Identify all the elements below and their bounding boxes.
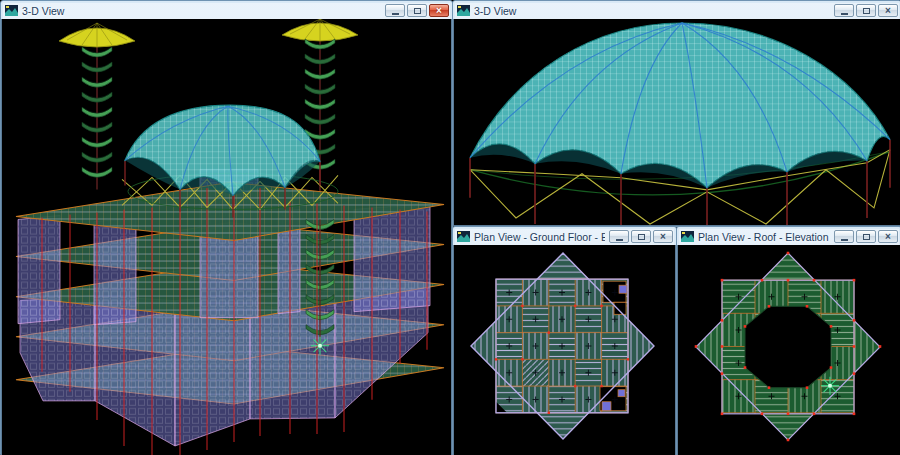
roof-plan-canvas xyxy=(678,245,900,455)
view-window-icon xyxy=(5,5,18,16)
viewport-plan-roof[interactable] xyxy=(677,245,900,455)
window-buttons: × xyxy=(609,230,673,243)
roof-opening xyxy=(745,306,831,387)
close-icon[interactable]: × xyxy=(878,230,898,243)
close-icon[interactable]: × xyxy=(429,4,449,17)
restore-icon[interactable] xyxy=(631,230,651,243)
dome-canvas xyxy=(454,19,900,225)
minimize-icon[interactable] xyxy=(834,4,854,17)
window-title: 3-D View xyxy=(474,5,830,17)
titlebar-plan-roof[interactable]: Plan View - Roof - Elevation 958.82 × xyxy=(677,227,900,245)
3d-model-canvas xyxy=(2,19,451,455)
minimize-icon[interactable] xyxy=(609,230,629,243)
close-icon[interactable]: × xyxy=(878,4,898,17)
window-plan-ground: Plan View - Ground Floor - Elevation 948… xyxy=(452,226,677,455)
minimize-icon[interactable] xyxy=(385,4,405,17)
titlebar-3d-main[interactable]: 3-D View × xyxy=(1,1,452,19)
restore-icon[interactable] xyxy=(856,230,876,243)
window-plan-roof: Plan View - Roof - Elevation 958.82 × xyxy=(676,226,900,455)
titlebar-3d-dome[interactable]: 3-D View × xyxy=(453,1,900,19)
titlebar-plan-ground[interactable]: Plan View - Ground Floor - Elevation 948… xyxy=(453,227,676,245)
viewport-3d-dome[interactable] xyxy=(453,19,900,226)
restore-icon[interactable] xyxy=(407,4,427,17)
view-window-icon xyxy=(681,231,694,242)
minaret-left xyxy=(59,23,135,189)
close-icon[interactable]: × xyxy=(653,230,673,243)
view-window-icon xyxy=(457,5,470,16)
window-title: 3-D View xyxy=(22,5,381,17)
window-title: Plan View - Ground Floor - Elevation 948… xyxy=(474,231,605,243)
window-3d-view-dome: 3-D View × xyxy=(452,0,900,227)
window-buttons: × xyxy=(834,4,898,17)
window-title: Plan View - Roof - Elevation 958.82 xyxy=(698,231,830,243)
support-starburst xyxy=(311,337,329,355)
support-starburst xyxy=(821,377,839,395)
dome xyxy=(125,105,320,195)
window-buttons: × xyxy=(834,230,898,243)
window-3d-view-main: 3-D View × xyxy=(0,0,453,455)
restore-icon[interactable] xyxy=(856,4,876,17)
viewport-3d-main[interactable] xyxy=(1,19,452,455)
ground-plan-canvas xyxy=(454,245,675,455)
viewport-plan-ground[interactable] xyxy=(453,245,676,455)
window-buttons: × xyxy=(385,4,449,17)
minimize-icon[interactable] xyxy=(834,230,854,243)
view-window-icon xyxy=(457,231,470,242)
